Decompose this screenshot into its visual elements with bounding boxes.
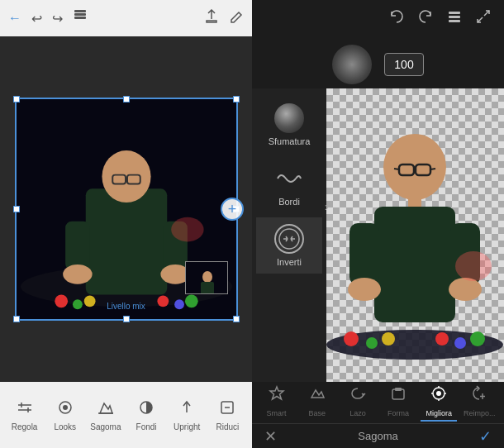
back-icon[interactable]: ← bbox=[8, 11, 21, 26]
livello-label: Livello mix bbox=[17, 302, 236, 311]
preview-area bbox=[326, 88, 504, 382]
tab-smart[interactable]: Smart bbox=[259, 384, 295, 422]
migliora-label: Migliora bbox=[426, 409, 452, 417]
check-icon[interactable]: ✓ bbox=[479, 427, 492, 446]
tab-reimpo[interactable]: Reimpo... bbox=[461, 384, 497, 422]
right-content: Sfumatura Bordi bbox=[252, 88, 504, 382]
undo-icon-right[interactable] bbox=[388, 8, 405, 28]
handle-tm[interactable] bbox=[123, 96, 130, 102]
expand-icon[interactable] bbox=[475, 8, 492, 28]
forma-label: Forma bbox=[388, 409, 409, 417]
left-toolbar: ← ↩ ↪ bbox=[0, 0, 252, 36]
sagoma-label: Sagoma bbox=[90, 422, 121, 431]
export-icon[interactable] bbox=[204, 9, 219, 27]
bottom-item-upright[interactable]: Upright bbox=[170, 399, 203, 431]
svg-rect-0 bbox=[74, 13, 86, 16]
redo-icon[interactable]: ↪ bbox=[52, 11, 63, 26]
tool-bordi[interactable]: Bordi bbox=[256, 157, 322, 213]
svg-point-57 bbox=[435, 332, 449, 346]
svg-point-54 bbox=[344, 331, 359, 346]
handle-lm[interactable] bbox=[13, 206, 20, 212]
looks-icon bbox=[57, 399, 74, 420]
add-layer-button[interactable]: + bbox=[221, 198, 244, 221]
svg-point-12 bbox=[63, 265, 92, 284]
svg-point-51 bbox=[348, 278, 381, 301]
svg-point-29 bbox=[63, 405, 68, 410]
svg-point-20 bbox=[171, 217, 203, 242]
migliora-icon bbox=[430, 384, 448, 407]
looks-label: Looks bbox=[54, 422, 76, 431]
bottom-item-sagoma[interactable]: Sagoma bbox=[89, 399, 122, 431]
handle-bl[interactable] bbox=[13, 316, 20, 322]
tool-sfumatura[interactable]: Sfumatura bbox=[256, 97, 322, 153]
bordi-label: Bordi bbox=[278, 197, 300, 207]
reimpo-label: Reimpo... bbox=[464, 409, 496, 417]
bottom-item-riduci[interactable]: Riduci bbox=[211, 399, 244, 431]
lazo-label: Lazo bbox=[349, 409, 366, 417]
svg-rect-5 bbox=[85, 188, 167, 294]
upright-label: Upright bbox=[174, 422, 200, 431]
svg-point-64 bbox=[436, 391, 441, 396]
regola-label: Regola bbox=[12, 422, 38, 431]
tab-lazo[interactable]: Lazo bbox=[340, 384, 376, 422]
svg-point-55 bbox=[366, 337, 378, 349]
tab-migliora[interactable]: Migliora bbox=[421, 384, 457, 422]
svg-rect-23 bbox=[201, 282, 214, 294]
tool-inverti[interactable]: Inverti bbox=[256, 217, 322, 274]
brush-size-area: 100 bbox=[252, 36, 504, 88]
handle-tr[interactable] bbox=[233, 96, 240, 102]
svg-rect-10 bbox=[65, 222, 90, 270]
inverti-label: Inverti bbox=[277, 257, 302, 267]
svg-rect-36 bbox=[449, 16, 460, 18]
svg-rect-48 bbox=[374, 207, 455, 322]
tabs-row: Smart Base Lazo bbox=[252, 382, 504, 423]
sfumatura-label: Sfumatura bbox=[269, 136, 311, 146]
svg-rect-62 bbox=[395, 388, 402, 391]
layers-icon-left[interactable] bbox=[73, 9, 88, 27]
toolbar-right bbox=[204, 9, 244, 27]
smart-underline bbox=[259, 420, 295, 422]
tab-forma[interactable]: Forma bbox=[380, 384, 416, 422]
svg-line-45 bbox=[394, 169, 399, 169]
undo-icon[interactable]: ↩ bbox=[31, 11, 42, 26]
tools-sidebar: Sfumatura Bordi bbox=[252, 88, 326, 382]
right-toolbar bbox=[252, 0, 504, 36]
migliora-underline bbox=[421, 420, 457, 422]
svg-rect-35 bbox=[449, 12, 460, 14]
reimpo-icon bbox=[470, 384, 488, 407]
left-panel: ← ↩ ↪ bbox=[0, 0, 252, 448]
handle-bm[interactable] bbox=[123, 316, 130, 322]
sfumatura-icon bbox=[274, 103, 304, 133]
svg-point-52 bbox=[449, 278, 482, 301]
close-icon[interactable]: ✕ bbox=[264, 427, 277, 446]
bottom-item-looks[interactable]: Looks bbox=[49, 399, 82, 431]
handle-tl[interactable] bbox=[13, 96, 20, 102]
redo-icon-right[interactable] bbox=[417, 8, 434, 28]
bottom-item-fondi[interactable]: Fondi bbox=[130, 399, 163, 431]
smart-label: Smart bbox=[267, 409, 287, 417]
layers-icon-right[interactable] bbox=[446, 8, 463, 28]
right-bottom-bar: Smart Base Lazo bbox=[252, 382, 504, 448]
bottom-item-regola[interactable]: Regola bbox=[8, 399, 41, 431]
svg-line-46 bbox=[430, 169, 435, 169]
svg-point-40 bbox=[279, 229, 299, 249]
toolbar-left: ← ↩ ↪ bbox=[8, 9, 88, 27]
svg-line-39 bbox=[478, 17, 483, 22]
svg-point-6 bbox=[102, 150, 150, 203]
left-bottom-bar: Regola Looks Sagoma bbox=[0, 382, 252, 448]
tab-base[interactable]: Base bbox=[299, 384, 335, 422]
handle-br[interactable] bbox=[233, 316, 240, 322]
fondi-label: Fondi bbox=[136, 422, 157, 431]
image-bg: Livello mix bbox=[17, 99, 236, 319]
footer-label: Sagoma bbox=[277, 430, 479, 442]
right-panel: 100 Sfumatura Bordi bbox=[252, 0, 504, 448]
svg-point-22 bbox=[202, 271, 212, 283]
forma-underline bbox=[380, 420, 416, 422]
pencil-icon[interactable] bbox=[229, 9, 244, 27]
brush-value[interactable]: 100 bbox=[384, 53, 424, 76]
sagoma-icon bbox=[97, 399, 114, 420]
bordi-icon bbox=[274, 164, 304, 193]
image-container[interactable]: Livello mix bbox=[15, 98, 238, 321]
base-underline bbox=[299, 420, 335, 422]
svg-point-59 bbox=[470, 331, 485, 346]
